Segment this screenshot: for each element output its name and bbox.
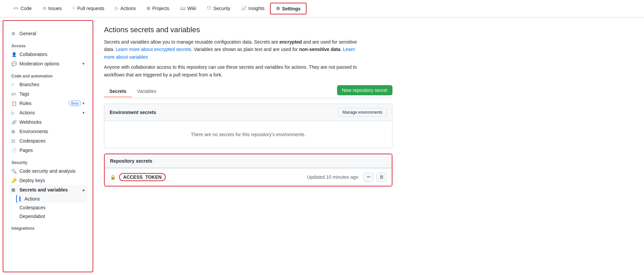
- sidebar-item-codespaces[interactable]: ⊡ Codespaces: [9, 136, 87, 146]
- desc2-text: . Variables are shown as plain text and …: [191, 47, 299, 52]
- sidebar-webhooks-label: Webhooks: [19, 119, 42, 125]
- pr-icon: ⑂: [72, 6, 75, 11]
- collaborators-icon: 👤: [11, 52, 17, 57]
- sidebar-item-code-security[interactable]: 🔍 Code security and analysis: [9, 166, 87, 176]
- nav-tab-pullrequests[interactable]: ⑂ Pull requests: [67, 0, 110, 17]
- nav-tab-issues[interactable]: ⊙ Issues: [37, 0, 67, 17]
- sidebar-item-collaborators[interactable]: 👤 Collaborators: [9, 50, 87, 59]
- env-secrets-title: Environment secrets: [110, 110, 156, 115]
- nav-tab-code-label: Code: [20, 6, 32, 11]
- sidebar-section-integrations: Integrations: [9, 221, 87, 232]
- nav-tab-actions[interactable]: ▷ Actions: [110, 0, 141, 17]
- moderation-icon: 💬: [11, 61, 17, 66]
- nav-tab-code[interactable]: <> Code: [8, 0, 37, 17]
- manage-environments-button[interactable]: Manage environments: [338, 108, 387, 117]
- secret-right: Updated 10 minutes ago ✏ 🗑: [307, 172, 386, 182]
- edit-secret-button[interactable]: ✏: [364, 172, 374, 182]
- sidebar-item-tags[interactable]: 🏷 Tags: [9, 89, 87, 99]
- sidebar-environments-label: Environments: [19, 129, 48, 134]
- sidebar-item-pages[interactable]: 📄 Pages: [9, 146, 87, 155]
- nav-tab-insights[interactable]: 📈 Insights: [236, 0, 270, 17]
- nav-tab-wiki[interactable]: 📖 Wiki: [175, 0, 202, 17]
- sidebar-pages-label: Pages: [19, 148, 33, 153]
- sidebar-item-deploy-keys[interactable]: 🔑 Deploy keys: [9, 176, 87, 185]
- active-bar: [19, 196, 20, 202]
- nav-tab-security[interactable]: 🛡 Security: [202, 0, 236, 17]
- nav-tab-wiki-label: Wiki: [187, 6, 196, 11]
- sidebar-item-actions[interactable]: ▷ Actions ▾: [9, 108, 87, 117]
- sidebar-secrets-vars-label: Secrets and variables: [19, 187, 68, 192]
- sidebar-general-label: General: [19, 31, 36, 36]
- sidebar-item-webhooks[interactable]: 🔗 Webhooks: [9, 117, 87, 127]
- secrets-vars-chevron-icon: ▴: [83, 187, 85, 192]
- secrets-vars-icon: ⊞: [11, 187, 17, 192]
- sidebar-item-rules[interactable]: 📋 Rules Beta ▾: [9, 99, 87, 108]
- rules-right: Beta ▾: [69, 101, 85, 106]
- nav-tab-settings[interactable]: ⚙ Settings: [270, 3, 307, 14]
- wiki-icon: 📖: [180, 6, 185, 11]
- sidebar: ⚙ General Access 👤 Collaborators 💬 Moder…: [3, 20, 93, 272]
- tabs-list: Secrets Variables: [104, 86, 162, 97]
- description-2: Anyone with collaborator access to this …: [104, 63, 366, 78]
- sidebar-sub-actions[interactable]: Actions: [16, 195, 87, 203]
- codespaces-icon: ⊡: [11, 139, 17, 144]
- projects-icon: ⊞: [147, 6, 150, 11]
- secrets-vars-left: ⊞ Secrets and variables: [11, 187, 68, 192]
- actions-icon: ▷: [115, 6, 118, 11]
- environment-secrets-section: Environment secrets Manage environments …: [104, 104, 392, 148]
- desc2-bold: non-sensitive data: [299, 47, 340, 52]
- env-secrets-header: Environment secrets Manage environments: [104, 104, 392, 121]
- sidebar-tags-label: Tags: [19, 91, 30, 97]
- pages-icon: 📄: [11, 148, 17, 153]
- tab-variables[interactable]: Variables: [132, 86, 162, 97]
- nav-tab-projects[interactable]: ⊞ Projects: [141, 0, 175, 17]
- nav-tab-issues-label: Issues: [48, 6, 62, 11]
- main-content: Actions secrets and variables Secrets an…: [93, 17, 644, 275]
- moderation-row: 💬 Moderation options ▾: [11, 61, 85, 66]
- settings-icon: ⚙: [276, 6, 280, 11]
- nav-tab-security-label: Security: [213, 6, 230, 11]
- environments-icon: ⊞: [11, 129, 17, 134]
- rules-icon: 📋: [11, 101, 17, 106]
- moderation-chevron-icon: ▾: [83, 61, 85, 66]
- moderation-left: 💬 Moderation options: [11, 61, 59, 66]
- nav-tab-settings-label: Settings: [282, 6, 301, 11]
- rules-row: 📋 Rules Beta ▾: [11, 101, 85, 106]
- actions-sidebar-icon: ▷: [11, 110, 17, 115]
- sidebar-sub-codespaces[interactable]: Codespaces: [17, 203, 87, 212]
- tab-secrets[interactable]: Secrets: [104, 86, 132, 97]
- insights-icon: 📈: [241, 6, 247, 11]
- code-security-icon: 🔍: [11, 169, 17, 174]
- sidebar-moderation-label: Moderation options: [19, 61, 59, 66]
- deploy-keys-icon: 🔑: [11, 178, 17, 183]
- sidebar-item-moderation[interactable]: 💬 Moderation options ▾: [9, 59, 87, 68]
- repository-secrets-section: Repository secrets 🔒 ACCESS_TOKEN Update…: [104, 154, 392, 186]
- general-icon: ⚙: [11, 31, 17, 36]
- sidebar-item-branches[interactable]: ⑂ Branches: [9, 80, 87, 89]
- sidebar-item-environments[interactable]: ⊞ Environments: [9, 127, 87, 136]
- secret-updated-text: Updated 10 minutes ago: [307, 174, 358, 180]
- nav-tab-actions-label: Actions: [120, 6, 136, 11]
- sidebar-codespaces-label: Codespaces: [19, 138, 46, 144]
- sidebar-rules-label: Rules: [19, 101, 32, 106]
- encrypted-secrets-link[interactable]: Learn more about encrypted secrets: [116, 47, 191, 52]
- secret-left: 🔒 ACCESS_TOKEN: [110, 173, 166, 181]
- sidebar-deploy-keys-label: Deploy keys: [19, 178, 45, 183]
- actions-row: ▷ Actions ▾: [11, 110, 85, 115]
- sidebar-sub-dependabot[interactable]: Dependabot: [17, 212, 87, 221]
- env-empty-message: There are no secrets for this repository…: [104, 121, 392, 148]
- lock-icon: 🔒: [110, 174, 116, 180]
- rules-chevron-icon: ▾: [83, 101, 85, 106]
- top-navigation: <> Code ⊙ Issues ⑂ Pull requests ▷ Actio…: [0, 0, 644, 17]
- issues-icon: ⊙: [43, 6, 46, 11]
- code-icon: <>: [13, 6, 18, 11]
- sidebar-item-secrets-vars[interactable]: ⊞ Secrets and variables ▴: [9, 185, 87, 195]
- sidebar-item-general[interactable]: ⚙ General: [9, 29, 87, 38]
- webhooks-icon: 🔗: [11, 120, 17, 125]
- desc2-cont: .: [340, 47, 343, 52]
- new-repository-secret-button[interactable]: New repository secret: [337, 85, 392, 95]
- tags-icon: 🏷: [11, 92, 17, 97]
- delete-secret-button[interactable]: 🗑: [376, 172, 386, 182]
- beta-badge: Beta: [69, 101, 81, 106]
- secret-row-access-token: 🔒 ACCESS_TOKEN Updated 10 minutes ago ✏ …: [105, 168, 392, 186]
